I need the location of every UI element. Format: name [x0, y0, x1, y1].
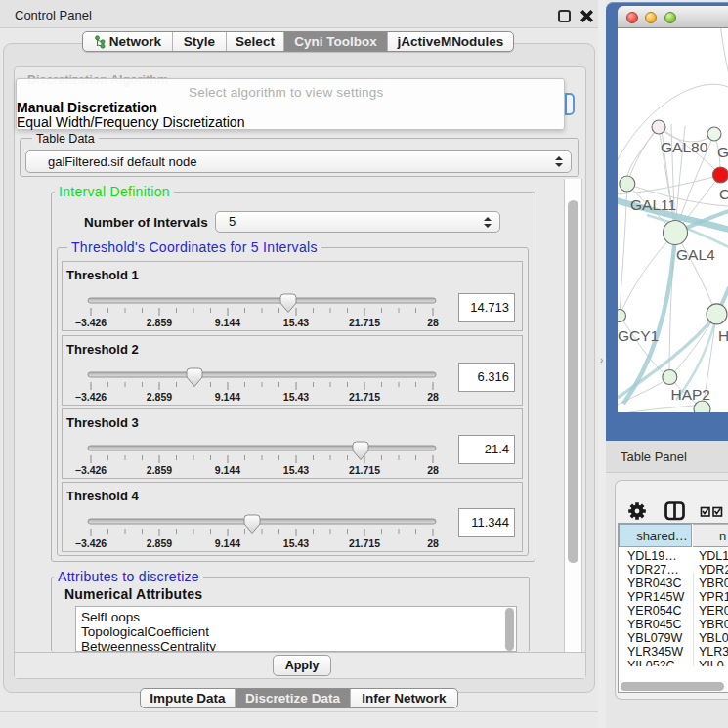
svg-text:9.144: 9.144	[215, 317, 240, 328]
svg-text:H: H	[718, 327, 728, 344]
svg-text:15.43: 15.43	[283, 537, 309, 549]
svg-text:9.144: 9.144	[215, 537, 240, 549]
svg-text:28: 28	[427, 537, 439, 549]
svg-text:C: C	[719, 186, 728, 202]
svg-text:HAP2: HAP2	[671, 386, 711, 403]
svg-text:21.715: 21.715	[349, 537, 380, 549]
svg-text:21.715: 21.715	[349, 464, 380, 476]
svg-text:−3.426: −3.426	[75, 391, 107, 403]
svg-text:2.859: 2.859	[147, 464, 172, 476]
svg-text:21.715: 21.715	[349, 391, 380, 403]
svg-text:GAL11: GAL11	[630, 196, 676, 213]
svg-text:GCY1: GCY1	[618, 327, 659, 344]
svg-text:9.144: 9.144	[215, 391, 240, 403]
svg-text:−3.426: −3.426	[75, 317, 107, 328]
svg-text:15.43: 15.43	[283, 391, 309, 403]
svg-text:−3.426: −3.426	[75, 537, 107, 549]
svg-text:2.859: 2.859	[147, 317, 172, 328]
svg-text:21.715: 21.715	[349, 317, 380, 328]
svg-text:G.: G.	[717, 144, 728, 160]
svg-text:28: 28	[427, 391, 439, 403]
svg-text:GAL4: GAL4	[676, 246, 715, 263]
svg-text:15.43: 15.43	[283, 464, 309, 476]
svg-text:2.859: 2.859	[147, 391, 172, 403]
svg-text:28: 28	[427, 464, 439, 476]
svg-text:28: 28	[427, 317, 439, 328]
svg-text:9.144: 9.144	[215, 464, 240, 476]
svg-text:15.43: 15.43	[283, 317, 309, 328]
svg-text:GAL80: GAL80	[661, 139, 708, 155]
svg-text:2.859: 2.859	[147, 537, 172, 549]
svg-text:−3.426: −3.426	[75, 464, 107, 476]
